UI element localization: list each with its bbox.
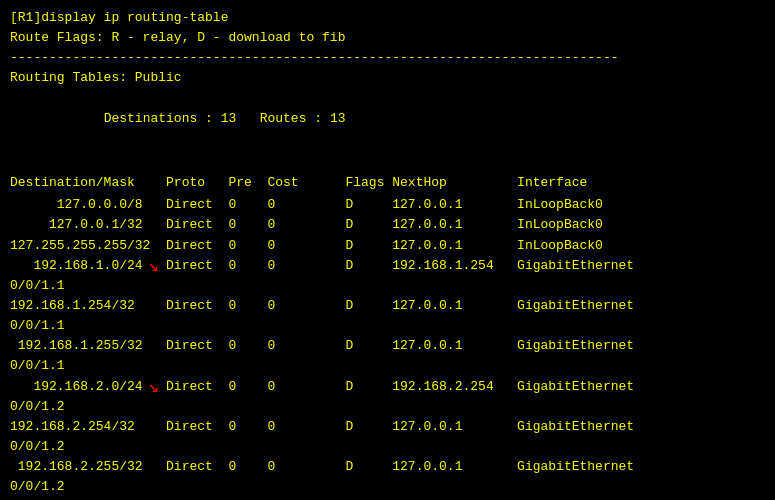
routes-container: 127.0.0.0/8 Direct 0 0 D 127.0.0.1 InLoo… [10, 195, 765, 500]
table-row: 192.168.2.254/32 Direct 0 0 D 127.0.0.1 … [10, 417, 765, 437]
red-arrow-icon: ↘ [148, 254, 159, 276]
red-arrow-icon: ↘ [148, 495, 159, 500]
table-row-continuation: 0/0/1.1 [10, 276, 765, 296]
table-row-continuation: 0/0/1.1 [10, 316, 765, 336]
table-row-continuation: 0/0/1.2 [10, 477, 765, 497]
terminal-output: [R1]display ip routing-table Route Flags… [10, 8, 765, 500]
routing-table-label: Routing Tables: Public [10, 68, 765, 88]
routes-label: Routes : 13 [236, 111, 345, 126]
table-row: 192.168.2.0/24 Direct 0 0 D 192.168.2.25… [10, 377, 765, 397]
table-row: 127.0.0.1/32 Direct 0 0 D 127.0.0.1 InLo… [10, 215, 765, 235]
command-line: [R1]display ip routing-table [10, 8, 765, 28]
table-row: 127.0.0.0/8 Direct 0 0 D 127.0.0.1 InLoo… [10, 195, 765, 215]
blank-line [10, 149, 765, 169]
table-row: 127.255.255.255/32 Direct 0 0 D 127.0.0.… [10, 236, 765, 256]
table-row-continuation: 0/0/1.2 [10, 437, 765, 457]
table-row-continuation: 0/0/1.1 [10, 356, 765, 376]
table-row-continuation: 0/0/1.2 [10, 397, 765, 417]
stats-line: Destinations : 13 Routes : 13 [10, 89, 765, 149]
column-header: Destination/Mask Proto Pre Cost Flags Ne… [10, 173, 765, 193]
table-row: 192.168.1.254/32 Direct 0 0 D 127.0.0.1 … [10, 296, 765, 316]
table-row: 192.168.1.255/32 Direct 0 0 D 127.0.0.1 … [10, 336, 765, 356]
table-row: 192.168.1.0/24 Direct 0 0 D 192.168.1.25… [10, 256, 765, 276]
table-row: 192.168.2.255/32 Direct 0 0 D 127.0.0.1 … [10, 457, 765, 477]
red-arrow-icon: ↘ [148, 375, 159, 397]
destinations-label: Destinations : 13 [41, 111, 236, 126]
flags-line: Route Flags: R - relay, D - download to … [10, 28, 765, 48]
divider-line: ----------------------------------------… [10, 48, 765, 68]
